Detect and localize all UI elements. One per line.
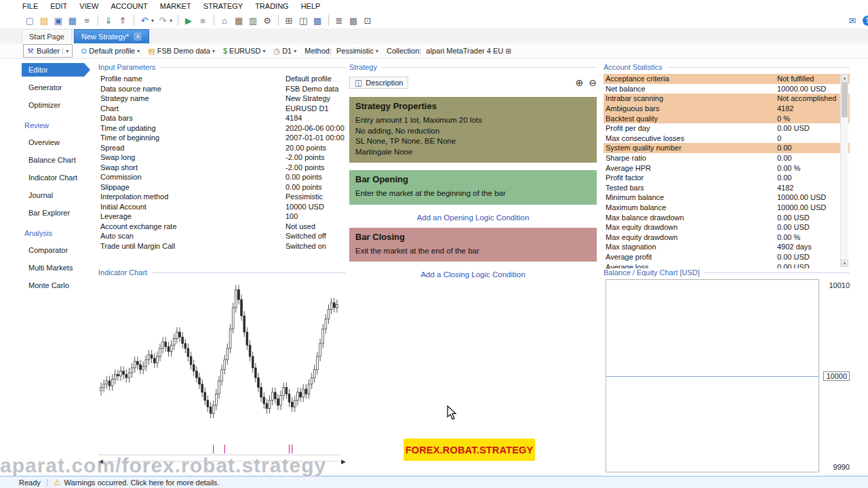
menu-item[interactable]: TRADING [249, 0, 295, 12]
sidebar-item[interactable]: Balance Chart [22, 153, 91, 167]
redo-button[interactable]: ↷ [156, 14, 172, 27]
parameter-row: Auto scan Switched off [98, 231, 346, 241]
sidebar-item[interactable]: Overview [22, 136, 91, 149]
statistic-label: Average profit [604, 253, 777, 261]
dropdown-label: D1 [282, 47, 292, 55]
parameter-label: Strategy name [98, 94, 285, 102]
menu-item[interactable]: EDIT [44, 0, 73, 12]
sidebar-item[interactable]: Generator [22, 81, 91, 94]
sidebar-item[interactable]: Editor [22, 63, 84, 77]
parameter-label: Chart [98, 104, 285, 113]
add-closing-condition-link[interactable]: Add a Closing Logic Condition [349, 270, 597, 279]
parameter-row: Time of updating 2020-06-06 00:00 [98, 123, 346, 134]
data-source-dropdown[interactable]: ▤ FSB Demo data [148, 47, 215, 56]
stats-scrollbar[interactable] [840, 74, 848, 267]
parameter-label: Trade until Margin Call [98, 242, 285, 250]
statistic-value: 0.00 USD [777, 124, 850, 132]
balance-axis-marker: 10000 [823, 371, 850, 381]
balance-equity-chart: 10010 10000 9990 [604, 279, 850, 472]
open-strategy-icon[interactable]: ▤ [37, 14, 51, 27]
statistic-value: 0.00 USD [777, 253, 850, 261]
method-dropdown[interactable]: Method: Pessimistic [304, 47, 378, 55]
comparator-icon[interactable]: ◫ [296, 14, 310, 27]
period-dropdown[interactable]: ◷ D1 [274, 47, 297, 56]
toolbar-separator [98, 15, 98, 26]
undo-button[interactable]: ↶ [138, 14, 154, 27]
data-bars-icon[interactable]: ▥ [246, 14, 260, 27]
parameter-value: Switched off [285, 232, 346, 240]
zoom-out-icon[interactable] [589, 77, 597, 88]
y-axis-label-max: 10010 [829, 281, 850, 289]
tab[interactable]: New Strategy* [74, 29, 149, 43]
scroll-up-icon[interactable] [841, 74, 848, 81]
tab[interactable]: Start Page [22, 29, 72, 43]
statistic-label: Average HPR [604, 164, 777, 172]
tab-bar: Start Page New Strategy* [0, 28, 868, 44]
collection-dropdown[interactable]: Collection: alpari MetaTrader 4 EU [387, 47, 512, 56]
save-strategy-icon[interactable]: ▣ [52, 14, 65, 27]
menu-item[interactable]: ACCOUNT [104, 0, 153, 12]
bar-opening-box[interactable]: Bar Opening Enter the market at the begi… [349, 170, 597, 205]
header-rule [152, 272, 346, 273]
strategy-properties-line: Entry amount 1 lot, Maximum 20 lots [355, 115, 591, 126]
status-ready-text: Ready [19, 479, 41, 487]
export-data-icon[interactable]: ⇑ [116, 14, 130, 27]
menu-item[interactable]: STRATEGY [197, 0, 249, 12]
play-icon[interactable]: ▶ [182, 14, 195, 27]
dropdown-group: ⊙ Default profile ▤ FSB Demo data $ EURU… [81, 47, 304, 56]
import-data-icon[interactable]: ⇓ [102, 14, 115, 27]
tab-close-icon[interactable] [134, 33, 142, 41]
list-icon[interactable]: ≣ [332, 14, 346, 27]
bar-closing-box[interactable]: Bar Closing Exit the market at the end o… [349, 228, 597, 262]
image-icon[interactable]: ▩ [347, 14, 360, 27]
stop-icon[interactable]: ■ [196, 14, 210, 27]
save-all-icon[interactable]: ▦ [66, 14, 79, 27]
statistic-row: Max equity drawdown 0.00 % [604, 232, 850, 243]
menu-item[interactable]: HELP [295, 0, 327, 12]
description-button[interactable]: Description [349, 77, 408, 89]
parameter-value: Switched on [285, 242, 346, 250]
statistic-label: Max balance drawdown [604, 214, 777, 222]
scroll-right-icon[interactable] [341, 458, 346, 465]
menu-item[interactable]: MARKET [154, 0, 197, 12]
settings-gear-icon[interactable]: ⚙ [260, 14, 274, 27]
undo-icon: ↶ [138, 14, 151, 27]
sidebar-item[interactable]: Optimizer [22, 98, 91, 112]
profile-dropdown[interactable]: ⊙ Default profile [81, 47, 140, 56]
main-toolbar: ▢▤▣▦≡ ⇓⇑ ↶ ↷ ▶■ ⌂▦▥⚙ [0, 12, 868, 28]
statistic-row: Intrabar scanning Not accomplished [604, 94, 850, 104]
toolbar-separator [328, 15, 329, 26]
parameter-row: Profile name Default profile [98, 74, 346, 84]
scroll-down-icon[interactable] [841, 260, 848, 267]
sidebar-item[interactable]: Journal [22, 188, 91, 202]
add-opening-condition-link[interactable]: Add an Opening Logic Condition [349, 214, 597, 222]
strategy-properties-box[interactable]: Strategy Properties Entry amount 1 lot, … [349, 97, 597, 163]
help-icon[interactable]: ? [863, 16, 868, 26]
statistic-label: Backtest quality [604, 115, 777, 123]
symbol-icon: $ [223, 47, 227, 55]
sidebar-item[interactable]: Monte Carlo [22, 279, 91, 292]
strategy-properties-line: Martingale None [355, 147, 591, 158]
print-icon[interactable]: ≡ [80, 14, 94, 27]
feedback-icon[interactable]: ✉ [846, 14, 859, 27]
home-icon[interactable]: ⌂ [218, 14, 231, 27]
scrollbar-thumb[interactable] [842, 82, 848, 117]
calculator-icon[interactable]: ⊞ [282, 14, 296, 27]
new-strategy-icon[interactable]: ▢ [23, 14, 37, 27]
menu-item[interactable]: VIEW [73, 0, 104, 12]
status-warning-text[interactable]: Warnings occurred. Click here for more d… [64, 479, 220, 487]
sidebar-item[interactable]: Comparator [22, 243, 91, 257]
chevron-down-icon [170, 18, 172, 24]
builder-dropdown[interactable]: Builder [23, 44, 73, 58]
sidebar-item[interactable]: Multi Markets [22, 261, 91, 274]
camera-icon[interactable]: ⊡ [361, 14, 374, 27]
journal-icon[interactable]: ▦ [232, 14, 245, 27]
chart-icon[interactable]: ▩ [311, 14, 324, 27]
sidebar-item[interactable]: Bar Explorer [22, 206, 91, 220]
zoom-in-icon[interactable] [576, 77, 584, 88]
menu-item[interactable]: FILE [16, 0, 44, 12]
symbol-dropdown[interactable]: $ EURUSD [223, 47, 266, 55]
dropdown-label: EURUSD [229, 47, 260, 55]
period-icon: ◷ [274, 47, 281, 56]
sidebar-item[interactable]: Indicator Chart [22, 171, 91, 184]
